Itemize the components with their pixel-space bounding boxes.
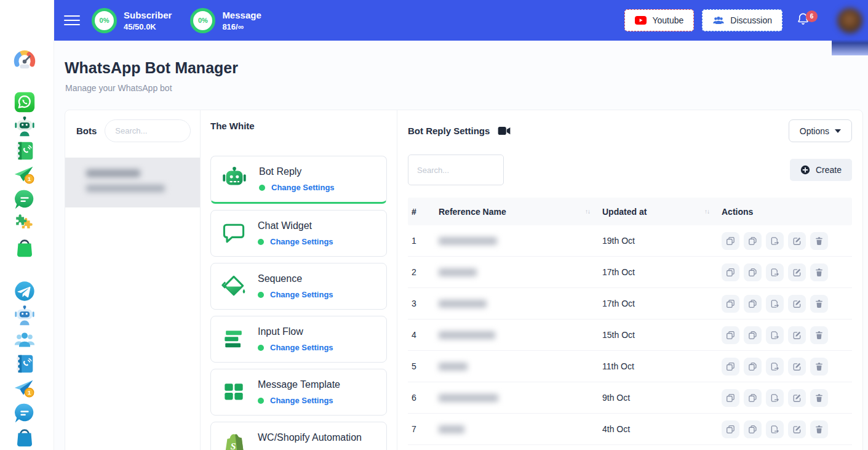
sidebar-item-telegram-store[interactable] <box>12 425 37 450</box>
sidebar-item-integrations[interactable] <box>12 211 37 236</box>
export-action-button[interactable] <box>766 420 784 438</box>
copy-action-button[interactable] <box>722 420 739 438</box>
message-value: 816/∞ <box>222 22 261 31</box>
table-row: 3 17th Oct <box>408 288 852 319</box>
duplicate-action-button[interactable] <box>744 263 762 281</box>
options-dropdown-button[interactable]: Options <box>789 119 852 142</box>
duplicate-action-button[interactable] <box>744 232 762 250</box>
create-button[interactable]: Create <box>790 159 852 181</box>
edit-action-button[interactable] <box>788 358 806 376</box>
copy-action-button[interactable] <box>722 358 739 376</box>
youtube-button-label: Youtube <box>652 15 683 25</box>
export-icon <box>770 268 779 277</box>
whatsapp-contacts-icon <box>13 139 36 163</box>
delete-action-button[interactable] <box>810 389 828 407</box>
video-camera-icon[interactable] <box>498 126 511 135</box>
sidebar-item-telegram-groups[interactable] <box>12 327 37 352</box>
edit-action-button[interactable] <box>788 420 806 438</box>
sidebar-item-whatsapp-store[interactable] <box>12 236 37 260</box>
delete-action-button[interactable] <box>810 263 828 281</box>
export-icon <box>770 299 779 308</box>
export-action-button[interactable] <box>766 263 784 281</box>
delete-action-button[interactable] <box>810 420 828 438</box>
sidebar-item-telegram-contacts[interactable] <box>12 352 37 376</box>
setting-card-sequence[interactable]: Sequence Change Settings <box>210 263 387 310</box>
sidebar-item-telegram-bot[interactable] <box>12 303 37 328</box>
delete-action-button[interactable] <box>810 358 828 376</box>
edit-action-button[interactable] <box>788 389 806 407</box>
edit-icon <box>792 393 802 403</box>
delete-action-button[interactable] <box>810 232 828 250</box>
bot-list-item-selected[interactable] <box>65 158 200 207</box>
export-icon <box>770 362 779 371</box>
copy-action-button[interactable] <box>722 295 739 313</box>
edit-action-button[interactable] <box>788 295 806 313</box>
sidebar-item-telegram-chat[interactable] <box>12 401 37 425</box>
youtube-button[interactable]: Youtube <box>624 9 694 31</box>
sidebar-item-whatsapp-bot[interactable] <box>12 115 37 139</box>
sidebar-item-dashboard[interactable] <box>12 48 37 73</box>
trash-icon <box>814 331 824 340</box>
delete-action-button[interactable] <box>810 326 828 344</box>
edit-action-button[interactable] <box>788 232 806 250</box>
status-dot <box>258 239 264 245</box>
change-settings-link[interactable]: Change Settings <box>270 237 333 246</box>
notifications-button[interactable]: 6 <box>796 12 810 29</box>
copy-action-button[interactable] <box>722 389 739 407</box>
sidebar-item-whatsapp-contacts[interactable] <box>12 139 37 163</box>
sidebar-item-telegram[interactable] <box>12 279 37 303</box>
duplicate-action-button[interactable] <box>744 420 762 438</box>
sidebar-item-telegram-broadcast[interactable]: 1 <box>12 376 37 401</box>
duplicate-icon <box>748 393 757 403</box>
export-action-button[interactable] <box>766 295 784 313</box>
edit-action-button[interactable] <box>788 263 806 281</box>
sidebar-item-whatsapp-broadcast[interactable]: 1 <box>12 163 37 187</box>
duplicate-action-button[interactable] <box>744 295 762 313</box>
sidebar-item-whatsapp-chat[interactable] <box>12 187 37 212</box>
user-avatar[interactable] <box>837 8 862 33</box>
table-row: 6 9th Oct <box>408 382 852 414</box>
main-content: WhatsApp Bot Manager Manage your WhatsAp… <box>54 41 868 450</box>
change-settings-link[interactable]: Change Settings <box>271 183 335 192</box>
export-action-button[interactable] <box>766 358 784 376</box>
menu-toggle-icon[interactable] <box>64 12 80 28</box>
redacted-reference-name <box>439 394 498 402</box>
setting-card-chat-widget[interactable]: Chat Widget Change Settings <box>210 210 387 257</box>
copy-action-button[interactable] <box>722 263 739 281</box>
duplicate-action-button[interactable] <box>744 389 762 407</box>
table-header-row: # Reference Name↑↓ Updated at↑↓ Actions <box>408 198 852 225</box>
copy-action-button[interactable] <box>722 326 739 344</box>
row-number: 7 <box>408 424 435 434</box>
telegram-broadcast-icon: 1 <box>13 377 36 400</box>
sort-icon[interactable]: ↑↓ <box>704 208 709 215</box>
setting-card-bot-reply[interactable]: Bot Reply Change Settings <box>210 156 387 204</box>
duplicate-icon <box>748 362 757 371</box>
edit-action-button[interactable] <box>788 326 806 344</box>
bots-panel-title: Bots <box>76 126 97 136</box>
change-settings-link[interactable]: Change Settings <box>270 290 333 299</box>
sort-icon[interactable]: ↑↓ <box>585 208 590 215</box>
table-search-input[interactable] <box>408 155 504 185</box>
export-action-button[interactable] <box>766 326 784 344</box>
col-header-updated-at: Updated at <box>602 207 647 217</box>
discussion-icon <box>712 15 725 25</box>
delete-action-button[interactable] <box>810 295 828 313</box>
duplicate-action-button[interactable] <box>744 358 762 376</box>
export-action-button[interactable] <box>766 389 784 407</box>
subscriber-percent: 0% <box>100 17 109 24</box>
setting-card-message-template[interactable]: Message Template Change Settings <box>210 369 387 416</box>
setting-card-input-flow[interactable]: Input Flow Change Settings <box>210 316 387 363</box>
row-number: 1 <box>408 236 435 246</box>
setting-card-wc-shopify[interactable]: S WC/Shopify Automation Change Settings <box>210 422 387 450</box>
discussion-button[interactable]: Discussion <box>702 9 782 31</box>
change-settings-link[interactable]: Change Settings <box>270 343 333 352</box>
whatsapp-chat-icon <box>13 188 36 211</box>
sidebar-item-whatsapp[interactable] <box>12 90 37 115</box>
copy-action-button[interactable] <box>722 232 739 250</box>
export-action-button[interactable] <box>766 232 784 250</box>
duplicate-action-button[interactable] <box>744 326 762 344</box>
edit-icon <box>792 362 802 371</box>
bots-search-input[interactable] <box>105 119 191 142</box>
svg-text:1: 1 <box>28 389 31 396</box>
change-settings-link[interactable]: Change Settings <box>270 396 333 405</box>
